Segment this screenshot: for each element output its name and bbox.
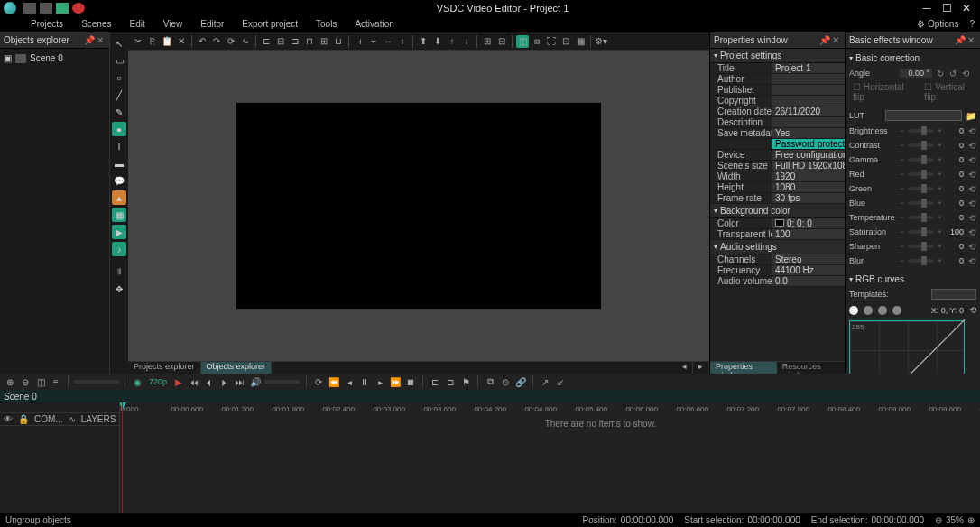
close-panel-icon[interactable]: ✕ (966, 35, 976, 45)
text-tool[interactable]: T (112, 139, 126, 153)
tab-projects-explorer[interactable]: Projects explorer (128, 362, 201, 374)
reset-icon[interactable]: ⟲ (967, 242, 976, 252)
stop-icon[interactable]: ⏹ (404, 375, 417, 388)
menu-scenes[interactable]: Scenes (72, 19, 120, 29)
menu-editor[interactable]: Editor (191, 19, 233, 29)
slider-track[interactable] (908, 259, 933, 263)
menu-view[interactable]: View (154, 19, 192, 29)
skip-fwd-icon[interactable]: ⏩ (389, 375, 402, 388)
line-tool[interactable]: ╱ (112, 88, 126, 102)
eye-icon[interactable]: 👁 (4, 414, 13, 424)
timeline-zoom-slider[interactable] (74, 380, 119, 384)
close-button[interactable]: ✕ (957, 2, 976, 14)
marker-out-icon[interactable]: ⊐ (444, 375, 457, 388)
canvas-area[interactable] (128, 51, 709, 361)
tab-properties[interactable]: Properties window (710, 362, 777, 374)
rotate-cw-icon[interactable]: ↻ (936, 69, 945, 79)
prev-frame-icon[interactable]: ⏴ (203, 375, 216, 388)
zoom-in-icon[interactable]: ⊕ (967, 515, 975, 525)
prop-row[interactable]: Copyright (710, 96, 845, 106)
folder-icon[interactable]: 📁 (966, 111, 976, 121)
group-icon[interactable]: ⊞ (481, 35, 494, 48)
resolution-label[interactable]: 720p (146, 377, 170, 386)
lut-dropdown[interactable] (885, 110, 962, 121)
settings-icon[interactable]: ⚙▾ (595, 35, 607, 48)
channel-b[interactable] (892, 306, 901, 315)
reset-icon[interactable]: ⟲ (967, 170, 976, 180)
rotate-icon[interactable]: ⤿ (239, 35, 252, 48)
cursor-tool[interactable]: ↖ (112, 36, 126, 51)
prop-row[interactable]: Creation date26/11/2020 (710, 106, 845, 117)
close-panel-icon[interactable]: ✕ (95, 35, 106, 45)
slider-track[interactable] (908, 245, 933, 248)
pause-icon[interactable]: ⏸ (358, 375, 371, 388)
tl-layers-icon[interactable]: ≡ (50, 375, 62, 388)
pin-icon[interactable]: 📌 (84, 35, 95, 45)
skip-back-icon[interactable]: ⏪ (328, 375, 340, 388)
align-bottom-icon[interactable]: ⊔ (332, 35, 345, 48)
volume-slider[interactable] (264, 380, 300, 384)
section-bg-color[interactable]: Background color (710, 204, 845, 218)
fit-icon[interactable]: ⊡ (559, 35, 572, 48)
wave-icon[interactable]: ∿ (69, 414, 76, 424)
prop-row[interactable]: Color0; 0; 0 (710, 218, 845, 229)
tab-objects-explorer[interactable]: Objects explorer (201, 362, 273, 374)
step-back-icon[interactable]: ◂ (343, 375, 356, 388)
vflip-checkbox[interactable]: Vertical flip (924, 82, 976, 102)
open-icon[interactable] (40, 3, 52, 14)
align-right-icon[interactable]: ⊐ (289, 35, 301, 48)
channel-g[interactable] (878, 306, 887, 315)
expand-icon[interactable]: ↗ (539, 375, 551, 388)
reset-icon[interactable]: ⟲ (967, 155, 976, 165)
counter-tool[interactable]: ⫴ (112, 264, 126, 279)
paste-icon[interactable]: 📋 (161, 35, 173, 48)
close-panel-icon[interactable]: ✕ (830, 35, 841, 45)
pin-icon[interactable]: 📌 (955, 35, 966, 45)
copy-icon[interactable]: ⎘ (146, 35, 159, 48)
reset-curves-icon[interactable]: ⟲ (969, 305, 976, 315)
align-center-h-icon[interactable]: ⊟ (274, 35, 287, 48)
angle-value[interactable]: 0.00 ° (900, 69, 932, 78)
slider-track[interactable] (908, 158, 933, 162)
refresh-icon[interactable]: ⟳ (225, 35, 237, 48)
section-basic-correction[interactable]: Basic correction (849, 51, 976, 66)
delete-icon[interactable]: ✕ (175, 35, 188, 48)
collapse-icon[interactable]: ↙ (554, 375, 567, 388)
menu-edit[interactable]: Edit (120, 19, 153, 29)
crop-icon[interactable]: ◫ (516, 35, 529, 48)
menu-activation[interactable]: Activation (346, 19, 402, 29)
channel-rgb[interactable] (849, 306, 858, 315)
magnet-icon[interactable]: ⊙ (499, 375, 512, 388)
video-tool[interactable]: ▶ (112, 225, 126, 239)
audio-tool[interactable]: ♪ (112, 242, 126, 256)
prop-row[interactable]: DeviceFree configuration (710, 150, 845, 161)
timeline-body[interactable]: 0:00000:00.60000:01.20000:01.80000:02.40… (120, 402, 980, 513)
timeline-ruler[interactable]: 0:00000:00.60000:01.20000:01.80000:02.40… (120, 402, 980, 415)
quality-icon[interactable]: ◉ (131, 375, 143, 388)
chart-tool[interactable]: ▲ (112, 190, 126, 205)
distribute-v-icon[interactable]: ⫟ (367, 35, 380, 48)
minimize-button[interactable]: ─ (917, 2, 937, 14)
section-rgb-curves[interactable]: RGB curves (849, 272, 976, 287)
slider-track[interactable] (908, 172, 933, 176)
menu-projects[interactable]: Projects (22, 19, 72, 29)
distribute-h-icon[interactable]: ⫞ (353, 35, 365, 48)
prop-row[interactable]: Transparent level100 (710, 229, 845, 240)
slider-track[interactable] (908, 230, 933, 234)
reset-icon[interactable]: ⟲ (967, 141, 976, 151)
ungroup-icon[interactable]: ⊟ (495, 35, 508, 48)
slider-track[interactable] (908, 129, 933, 133)
marker-icon[interactable]: ⚑ (459, 375, 472, 388)
zoom-out-icon[interactable]: ⊖ (935, 515, 942, 525)
backward-icon[interactable]: ↓ (460, 35, 473, 48)
resize-icon[interactable]: ⛶ (545, 35, 558, 48)
reset-angle-icon[interactable]: ⟲ (961, 69, 970, 79)
lock-icon[interactable]: 🔒 (18, 414, 29, 424)
tab-resources[interactable]: Resources window (777, 362, 845, 374)
menu-tools[interactable]: Tools (307, 19, 346, 29)
maximize-button[interactable]: ☐ (937, 2, 957, 14)
link-icon[interactable]: 🔗 (514, 375, 527, 388)
rgb-curve-editor[interactable]: 255 128 (849, 320, 965, 374)
tree-scene-0[interactable]: ▣ Scene 0 (4, 52, 106, 64)
bring-front-icon[interactable]: ⬆ (417, 35, 430, 48)
